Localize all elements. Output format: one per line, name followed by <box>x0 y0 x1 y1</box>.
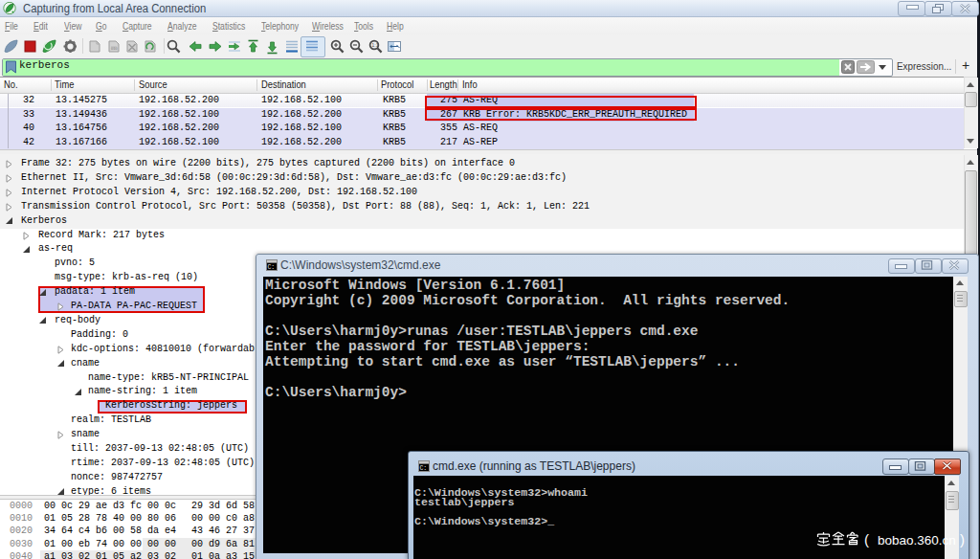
svg-text:C:: C: <box>267 264 275 271</box>
svg-text:010: 010 <box>111 46 118 51</box>
svg-text:1:1: 1:1 <box>371 42 379 48</box>
svg-text:C:: C: <box>419 465 427 472</box>
